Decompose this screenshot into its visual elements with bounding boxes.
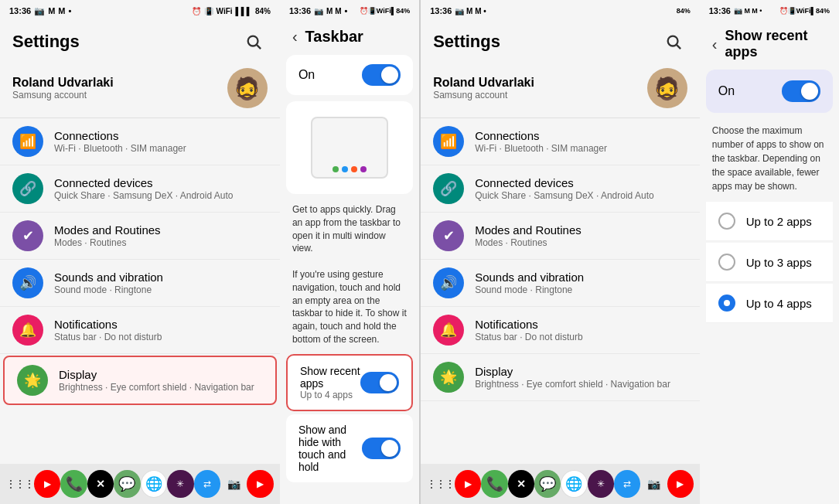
- avatar-1: 🧔: [227, 68, 268, 108]
- preview-dots: [333, 166, 367, 172]
- status-bar-taskbar-right: ⏰📳WiFi▌84%: [360, 7, 410, 15]
- settings-item-connected-1[interactable]: 🔗 Connected devices Quick Share · Samsun…: [0, 165, 280, 213]
- radio-circle-4apps: [718, 295, 735, 312]
- recent-toggle-thumb: [801, 83, 818, 100]
- nav-chrome-1[interactable]: 🌐: [141, 470, 168, 498]
- settings-list-1: 📶 Connections Wi-Fi · Bluetooth · SIM ma…: [0, 118, 280, 464]
- connections-sub-3: Wi-Fi · Bluetooth · SIM manager: [475, 143, 607, 154]
- sounds-text-1: Sounds and vibration Sound mode · Ringto…: [54, 271, 163, 295]
- profile-card-1[interactable]: Roland Udvarlaki Samsung account 🧔: [0, 60, 280, 118]
- nav-yt2-1[interactable]: ▶: [247, 470, 273, 498]
- dot-purple: [360, 166, 367, 172]
- taskbar-back-button[interactable]: ‹: [292, 28, 298, 46]
- taskbar-desc-text2: If you're using gesture navigation, touc…: [292, 269, 407, 345]
- recent-on-toggle-switch[interactable]: [782, 80, 820, 102]
- nav-phone-1[interactable]: 📞: [60, 470, 87, 498]
- connected-icon-1: 🔗: [12, 173, 43, 204]
- connections-text-1: Connections Wi-Fi · Bluetooth · SIM mana…: [54, 129, 186, 154]
- taskbar-cam-icon: 📷: [314, 7, 323, 15]
- taskbar-toggle-switch[interactable]: [362, 64, 401, 86]
- settings-item-sounds-3[interactable]: 🔊 Sounds and vibration Sound mode · Ring…: [421, 260, 700, 307]
- settings-item-sounds-1[interactable]: 🔊 Sounds and vibration Sound mode · Ring…: [0, 260, 280, 307]
- taskbar-title: Taskbar: [305, 28, 363, 46]
- taskbar-toggle-row[interactable]: On: [286, 55, 413, 95]
- modes-title-1: Modes and Routines: [54, 223, 161, 237]
- nav-chat-1[interactable]: 💬: [114, 470, 140, 498]
- status-bar-1: 13:36 📷 M M • ⏰ 📳 WiFi ▌▌▌ 84%: [0, 0, 280, 22]
- taskbar-alarm: ⏰📳WiFi▌84%: [360, 7, 410, 15]
- dot-green: [333, 166, 339, 172]
- search-button-1[interactable]: [240, 28, 268, 56]
- show-hide-row[interactable]: Show and hide with touch and hold: [286, 414, 413, 482]
- nav-apps-3[interactable]: ⋮⋮⋮: [427, 470, 455, 498]
- recent-on-toggle-row[interactable]: On: [706, 70, 833, 113]
- profile-sub-1: Samsung account: [12, 90, 114, 100]
- nav-yt2-3[interactable]: ▶: [667, 470, 694, 498]
- nav-transfer-3[interactable]: ⇄: [614, 470, 640, 498]
- connected-text-1: Connected devices Quick Share · Samsung …: [54, 176, 233, 201]
- connections-icon-1: 📶: [12, 126, 43, 157]
- settings-item-connections-1[interactable]: 📶 Connections Wi-Fi · Bluetooth · SIM ma…: [0, 118, 280, 165]
- settings-item-notifications-3[interactable]: 🔔 Notifications Status bar · Do not dist…: [421, 307, 700, 354]
- settings-list-3: 📶 Connections Wi-Fi · Bluetooth · SIM ma…: [421, 118, 700, 464]
- radio-circle-3apps: [718, 254, 735, 271]
- radio-2apps[interactable]: Up to 2 apps: [706, 202, 833, 241]
- radio-3apps[interactable]: Up to 3 apps: [706, 243, 833, 282]
- nav-photos-3[interactable]: 📷: [640, 470, 667, 498]
- show-hide-toggle[interactable]: [362, 438, 401, 459]
- notifications-title-3: Notifications: [475, 318, 582, 331]
- nav-slack-3[interactable]: ✳: [588, 470, 614, 498]
- nav-x-1[interactable]: ✕: [87, 470, 114, 498]
- settings-item-modes-3[interactable]: ✔ Modes and Routines Modes · Routines: [421, 213, 700, 260]
- nav-chat-3[interactable]: 💬: [534, 470, 561, 498]
- wifi-icon: WiFi: [217, 7, 233, 15]
- display-sub-3: Brightness · Eye comfort shield · Naviga…: [475, 379, 670, 390]
- nav-chrome-3[interactable]: 🌐: [561, 470, 587, 498]
- choose-text: Choose the maximum number of apps to sho…: [700, 116, 839, 201]
- connections-title-3: Connections: [475, 129, 607, 142]
- show-hide-text: Show and hide with touch and hold: [298, 424, 362, 473]
- radio-label-4apps: Up to 4 apps: [746, 297, 812, 310]
- nav-phone-3[interactable]: 📞: [481, 470, 507, 498]
- modes-sub-1: Modes · Routines: [54, 237, 161, 248]
- show-recent-apps-title: Show recent apps: [300, 365, 360, 390]
- display-sub-1: Brightness · Eye comfort shield · Naviga…: [59, 382, 254, 393]
- recent-back-button[interactable]: ‹: [712, 36, 718, 53]
- notifications-sub-3: Status bar · Do not disturb: [475, 332, 582, 342]
- connected-sub-1: Quick Share · Samsung DeX · Android Auto: [54, 190, 233, 201]
- profile-card-3[interactable]: Roland Udvarlaki Samsung account 🧔: [421, 60, 700, 118]
- taskbar-header: ‹ Taskbar: [280, 22, 419, 52]
- taskbar-toggle-label: On: [298, 68, 315, 82]
- battery-display: 84%: [255, 7, 271, 15]
- settings-item-notifications-1[interactable]: 🔔 Notifications Status bar · Do not dist…: [0, 307, 280, 354]
- notifications-text-1: Notifications Status bar · Do not distur…: [54, 318, 162, 342]
- taskbar-m-icon: M M: [326, 7, 341, 15]
- radio-4apps[interactable]: Up to 4 apps: [706, 284, 833, 323]
- settings-item-connected-3[interactable]: 🔗 Connected devices Quick Share · Samsun…: [421, 165, 700, 213]
- nav-x-3[interactable]: ✕: [508, 470, 534, 498]
- display-icon-1: 🌟: [17, 365, 48, 396]
- vibrate-icon: 📳: [204, 7, 213, 15]
- recent-time: 13:36: [709, 6, 731, 15]
- show-recent-apps-row[interactable]: Show recent apps Up to 4 apps: [286, 354, 413, 411]
- recent-battery: ⏰📳WiFi▌84%: [779, 7, 830, 15]
- display-icon-3: 🌟: [433, 362, 464, 393]
- notifications-title-1: Notifications: [54, 318, 162, 331]
- settings-item-display-1[interactable]: 🌟 Display Brightness · Eye comfort shiel…: [3, 356, 277, 405]
- search-button-3[interactable]: [660, 28, 687, 56]
- nav-slack-1[interactable]: ✳: [167, 470, 193, 498]
- settings-item-modes-1[interactable]: ✔ Modes and Routines Modes · Routines: [0, 213, 280, 260]
- sounds-sub-1: Sound mode · Ringtone: [54, 284, 163, 295]
- nav-apps-1[interactable]: ⋮⋮⋮: [6, 470, 34, 498]
- show-recent-apps-toggle[interactable]: [360, 372, 399, 393]
- nav-photos-1[interactable]: 📷: [220, 470, 247, 498]
- settings-item-connections-3[interactable]: 📶 Connections Wi-Fi · Bluetooth · SIM ma…: [421, 118, 700, 165]
- recent-header: ‹ Show recent apps: [700, 22, 839, 66]
- modes-title-3: Modes and Routines: [475, 223, 582, 237]
- nav-transfer-1[interactable]: ⇄: [194, 470, 220, 498]
- status-bar-taskbar: 13:36 📷 M M • ⏰📳WiFi▌84%: [280, 0, 419, 22]
- alarm-icon: ⏰: [192, 7, 201, 15]
- nav-youtube-3[interactable]: ▶: [455, 470, 481, 498]
- nav-youtube-1[interactable]: ▶: [34, 470, 60, 498]
- settings-item-display-3[interactable]: 🌟 Display Brightness · Eye comfort shiel…: [421, 354, 700, 401]
